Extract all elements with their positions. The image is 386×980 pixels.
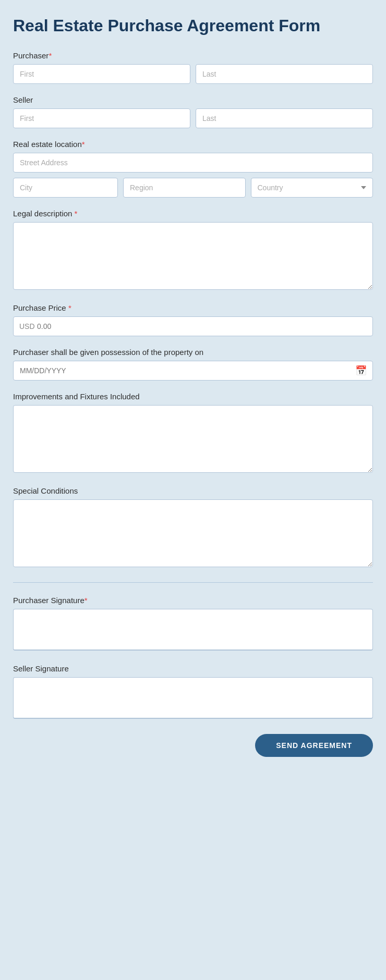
legal-description-textarea[interactable]: [13, 222, 373, 290]
seller-signature-label: Seller Signature: [13, 664, 373, 673]
section-divider: [13, 582, 373, 583]
city-region-country-row: Country: [13, 178, 373, 198]
purchaser-required-star: *: [49, 51, 52, 60]
improvements-label: Improvements and Fixtures Included: [13, 392, 373, 401]
page-title: Real Estate Purchase Agreement Form: [13, 16, 373, 35]
purchase-price-section: Purchase Price * USD: [13, 303, 373, 336]
special-conditions-label: Special Conditions: [13, 486, 373, 495]
legal-description-label: Legal description *: [13, 209, 373, 218]
region-input[interactable]: [123, 178, 246, 198]
seller-first-name-input[interactable]: [13, 108, 190, 128]
purchaser-first-name-input[interactable]: [13, 64, 190, 84]
purchaser-last-name-input[interactable]: [196, 64, 373, 84]
seller-signature-textarea[interactable]: [13, 677, 373, 719]
special-conditions-textarea[interactable]: [13, 499, 373, 567]
legal-description-required-star: *: [75, 209, 78, 218]
possession-date-input[interactable]: [13, 361, 373, 381]
possession-date-section: Purchaser shall be given possession of t…: [13, 348, 373, 381]
purchaser-signature-textarea[interactable]: [13, 609, 373, 651]
country-select[interactable]: Country: [251, 178, 373, 198]
seller-signature-section: Seller Signature: [13, 664, 373, 721]
location-required-star: *: [82, 140, 85, 149]
purchaser-name-row: [13, 64, 373, 84]
possession-date-label: Purchaser shall be given possession of t…: [13, 348, 373, 357]
improvements-section: Improvements and Fixtures Included: [13, 392, 373, 475]
seller-label: Seller: [13, 95, 373, 104]
date-wrapper: 📅: [13, 361, 373, 381]
location-label: Real estate location*: [13, 140, 373, 149]
special-conditions-section: Special Conditions: [13, 486, 373, 569]
submit-row: SEND AGREEMENT: [13, 734, 373, 757]
purchaser-label: Purchaser*: [13, 51, 373, 60]
legal-description-section: Legal description *: [13, 209, 373, 292]
purchase-price-required-star: *: [68, 303, 71, 312]
purchaser-signature-label: Purchaser Signature*: [13, 596, 373, 605]
purchase-price-input[interactable]: [13, 316, 373, 336]
price-wrapper: USD: [13, 316, 373, 336]
purchase-price-label: Purchase Price *: [13, 303, 373, 312]
seller-last-name-input[interactable]: [196, 108, 373, 128]
purchaser-signature-section: Purchaser Signature*: [13, 596, 373, 653]
send-agreement-button[interactable]: SEND AGREEMENT: [255, 734, 373, 757]
purchaser-section: Purchaser*: [13, 51, 373, 84]
seller-name-row: [13, 108, 373, 128]
real-estate-location-section: Real estate location* Country: [13, 140, 373, 198]
street-address-input[interactable]: [13, 153, 373, 173]
seller-section: Seller: [13, 95, 373, 128]
city-input[interactable]: [13, 178, 118, 198]
improvements-textarea[interactable]: [13, 405, 373, 473]
purchaser-signature-required-star: *: [85, 596, 88, 605]
